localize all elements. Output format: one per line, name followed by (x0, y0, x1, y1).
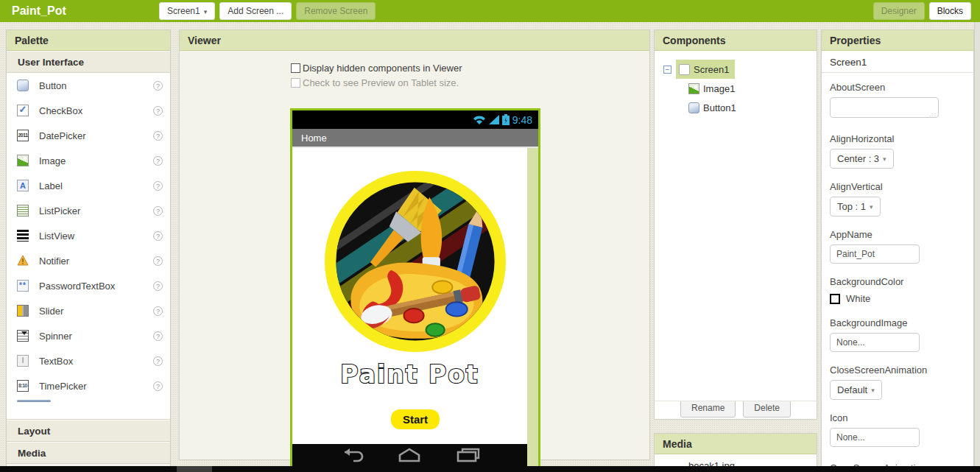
prop-backgroundcolor: BackgroundColor White (830, 276, 965, 305)
help-icon[interactable]: ? (153, 356, 163, 366)
palette-item-slider[interactable]: Slider ? (7, 298, 170, 323)
screen-canvas[interactable]: Paint Pot Start (292, 148, 538, 444)
palette-item-button[interactable]: Button ? (7, 73, 170, 98)
palette-item-listview[interactable]: ListView ? (7, 223, 170, 248)
properties-header: Properties (822, 30, 973, 51)
app-header: Paint_Pot Screen1▾ Add Screen ... Remove… (0, 0, 980, 22)
selected-component-name: Screen1 (822, 51, 973, 73)
button-icon (688, 102, 699, 113)
checkbox-icon: ✓ (17, 105, 29, 116)
remove-screen-button[interactable]: Remove Screen (296, 2, 376, 20)
help-icon[interactable]: ? (153, 231, 163, 241)
prop-aboutscreen: AboutScreen (830, 82, 965, 121)
designer-tab-button[interactable]: Designer (873, 2, 925, 20)
color-swatch[interactable] (830, 294, 840, 304)
help-icon[interactable]: ? (153, 281, 163, 291)
palette-item-datepicker[interactable]: 2011 DatePicker ? (7, 123, 170, 148)
screen-icon (679, 64, 690, 75)
rename-button[interactable]: Rename (680, 401, 736, 418)
password-icon: ** (17, 280, 29, 292)
battery-icon (502, 114, 510, 125)
recent-apps-icon[interactable] (456, 448, 481, 462)
button-icon (17, 80, 29, 91)
tablet-preview-checkbox[interactable] (291, 78, 300, 88)
tree-node-image1[interactable]: Image1 (655, 79, 817, 98)
components-header: Components (655, 30, 817, 51)
palette-item-timepicker[interactable]: 8:10 TimePicker ? (7, 373, 170, 398)
image-icon (688, 83, 699, 94)
collapse-icon[interactable]: − (663, 66, 671, 74)
viewer-header: Viewer (180, 30, 649, 51)
palette-item-spinner[interactable]: Spinner ? (7, 323, 170, 348)
palette-item-passwordtextbox[interactable]: ** PasswordTextBox ? (7, 273, 170, 298)
spinner-icon (17, 330, 29, 342)
help-icon[interactable]: ? (153, 131, 163, 141)
phone-mockup: 9:48 Home (290, 108, 540, 468)
help-icon[interactable]: ? (153, 256, 163, 266)
textbox-icon: I (17, 355, 29, 367)
help-icon[interactable]: ? (153, 331, 163, 341)
tree-node-screen1[interactable]: − Screen1 (655, 60, 817, 79)
aboutscreen-textarea[interactable] (830, 97, 939, 118)
prop-icon: Icon (830, 412, 965, 447)
help-icon[interactable]: ? (153, 306, 163, 316)
screen-title: Home (301, 133, 327, 144)
components-panel: Components − Screen1 Image1 Button1 Rena… (654, 29, 817, 420)
icon-input[interactable] (830, 428, 920, 447)
help-icon[interactable]: ? (153, 206, 163, 216)
palette-item-notifier[interactable]: Notifier ? (7, 248, 170, 273)
blocks-tab-button[interactable]: Blocks (929, 2, 971, 20)
timepicker-icon: 8:10 (17, 380, 29, 392)
listview-icon (17, 230, 29, 242)
viewer-panel: Viewer Display hidden components in View… (179, 29, 650, 460)
palette-section-layout[interactable]: Layout (7, 420, 170, 442)
chevron-down-icon: ▾ (870, 203, 873, 211)
screen-selector-dropdown[interactable]: Screen1▾ (159, 2, 215, 20)
palette-item-textbox[interactable]: I TextBox ? (7, 348, 170, 373)
media-header: Media (655, 434, 817, 454)
palette-item-list: Button ? ✓ CheckBox ? 2011 DatePicker ? … (7, 73, 170, 420)
alignhorizontal-dropdown[interactable]: Center : 3▾ (830, 149, 894, 169)
home-icon[interactable] (397, 448, 422, 462)
slider-icon (17, 305, 29, 317)
tree-node-button1[interactable]: Button1 (655, 98, 817, 117)
add-screen-button[interactable]: Add Screen ... (219, 2, 292, 20)
start-button[interactable]: Start (391, 409, 440, 429)
properties-panel: Properties Screen1 AboutScreen AlignHori… (821, 29, 974, 472)
appname-input[interactable] (830, 244, 920, 264)
delete-button[interactable]: Delete (743, 401, 791, 418)
project-title: Paint_Pot (12, 4, 159, 18)
palette-item-label[interactable]: A Label ? (7, 173, 170, 198)
palette-section-user-interface[interactable]: User Interface (7, 51, 170, 73)
bottom-edge-strip (0, 466, 980, 472)
notifier-warning-icon (17, 255, 29, 267)
tablet-preview-checkbox-row: Check to see Preview on Tablet size. (291, 77, 459, 88)
help-icon[interactable]: ? (153, 81, 163, 91)
palette-item-image[interactable]: Image ? (7, 148, 170, 173)
palette-panel: Palette User Interface Button ? ✓ CheckB… (6, 29, 171, 472)
phone-nav-bar (292, 444, 527, 466)
palette-section-media[interactable]: Media (7, 442, 170, 464)
paint-pot-logo-image[interactable] (322, 169, 508, 357)
backgroundimage-input[interactable] (830, 333, 920, 352)
phone-scroll-strip (527, 148, 538, 466)
listpicker-icon (17, 205, 29, 216)
help-icon[interactable]: ? (153, 181, 163, 191)
back-icon[interactable] (339, 448, 364, 462)
help-icon[interactable]: ? (153, 106, 163, 116)
chevron-down-icon: ▾ (883, 155, 886, 163)
prop-appname: AppName (830, 229, 965, 264)
chevron-down-icon: ▾ (871, 387, 875, 394)
palette-item-listpicker[interactable]: ListPicker ? (7, 198, 170, 223)
palette-item-checkbox[interactable]: ✓ CheckBox ? (7, 98, 170, 123)
help-icon[interactable]: ? (153, 156, 163, 166)
page-scrollbar[interactable] (974, 22, 980, 472)
help-icon[interactable]: ? (153, 381, 163, 391)
alignvertical-dropdown[interactable]: Top : 1▾ (830, 197, 881, 216)
app-title-label[interactable]: Paint Pot (292, 360, 527, 389)
display-hidden-checkbox[interactable] (291, 63, 300, 73)
signal-icon (489, 115, 499, 124)
closescreenanimation-dropdown[interactable]: Default▾ (830, 380, 882, 400)
paint-pot-logo (322, 169, 508, 354)
prop-alignvertical: AlignVertical Top : 1▾ (830, 181, 965, 216)
